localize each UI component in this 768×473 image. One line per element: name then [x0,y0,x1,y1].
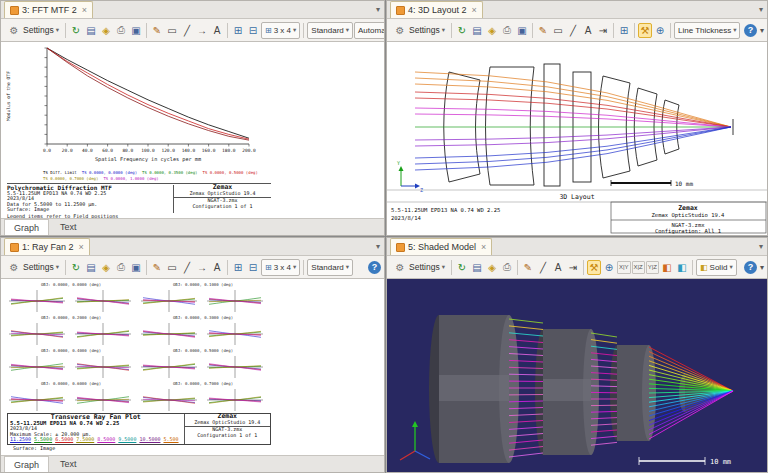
text-tab[interactable]: Text [50,219,87,235]
toolbar-separator [65,260,66,275]
print-icon[interactable]: ⎙ [500,23,514,38]
tab-title: 4: 3D Layout 2 [408,5,467,15]
axis-view-xz-icon[interactable]: X|Z [632,261,645,274]
shaded-viewport[interactable]: 10 mm [387,279,767,472]
panel-menu-icon[interactable]: ▾ [759,5,763,14]
settings-button[interactable]: ⚙Settings▾ [4,259,62,276]
panel-menu-icon[interactable]: ▾ [376,242,380,251]
rayfan-subplot [7,355,67,379]
panel-menu-icon[interactable]: ▾ [759,242,763,251]
window-grid-icon[interactable]: ⊞ [617,23,631,38]
copy-icon[interactable]: ▣ [515,23,529,38]
annotate-line-icon[interactable]: ╱ [180,23,194,38]
zoom-icon[interactable]: ⊕ [602,260,616,275]
lock-icon[interactable]: ◈ [485,260,499,275]
axis-view-xy-icon[interactable]: X|Y [617,261,631,274]
panel-menu-icon[interactable]: ▾ [760,263,764,272]
opacity-dropdown[interactable]: ◧Solid▾ [696,259,737,276]
print-icon[interactable]: ⎙ [114,260,128,275]
annotate-text-icon[interactable]: A [210,23,224,38]
lock-icon[interactable]: ◈ [99,260,113,275]
wireframe-cube-icon[interactable]: ◧ [675,260,689,275]
snap-icon[interactable]: ⇥ [596,23,610,38]
help-button[interactable]: ? [744,261,757,274]
annotate-line-icon[interactable]: ╱ [180,260,194,275]
annotate-pencil-icon[interactable]: ✎ [536,23,550,38]
wrench-icon[interactable]: ⚒ [638,23,652,38]
close-icon[interactable]: × [79,242,84,252]
refresh-icon[interactable]: ↻ [69,23,83,38]
help-button[interactable]: ? [368,261,381,274]
zoom-icon[interactable]: ⊕ [653,23,667,38]
mtf-toolbar: ⚙Settings▾↻▤◈⎙▣✎▭╱→A⊞⊟⊞3 x 4▾Standard▾Au… [1,19,384,42]
wavelength-list: 11.25005.50006.50007.50008.50009.500010.… [10,437,182,443]
graph-tab[interactable]: Graph [4,456,49,472]
shaded-cube-icon[interactable]: ◧ [660,260,674,275]
settings-button[interactable]: ⚙Settings▾ [390,259,448,276]
axis-view-yz-icon[interactable]: Y|Z [646,261,659,274]
window-split-icon[interactable]: ⊟ [246,23,260,38]
grid-size-dropdown[interactable]: ⊞3 x 4▾ [261,22,300,39]
lock-icon[interactable]: ◈ [99,23,113,38]
layout-viewport[interactable]: Y Z 10 mm 3D Layout 5.5-11.25UM EPD13 NA… [387,42,767,235]
annotate-text-icon[interactable]: A [551,260,565,275]
legend-item: TS 0.0000, 0.7000 (deg) [43,177,98,182]
save-icon[interactable]: ▤ [84,260,98,275]
save-icon[interactable]: ▤ [470,260,484,275]
annotate-line-icon[interactable]: ╱ [536,260,550,275]
window-grid-icon[interactable]: ⊞ [231,23,245,38]
tab-ray-fan[interactable]: 1: Ray Fan 2 × [4,238,90,255]
tab-fft-mtf[interactable]: 3: FFT MTF 2 × [4,1,93,18]
annotate-line-icon[interactable]: ╱ [566,23,580,38]
gear-icon: ⚙ [7,23,21,38]
automatic-dropdown[interactable]: Automatic▾ [354,22,384,39]
copy-icon[interactable]: ▣ [129,260,143,275]
graph-tab[interactable]: Graph [4,219,49,235]
save-icon[interactable]: ▤ [84,23,98,38]
settings-button[interactable]: ⚙Settings▾ [390,22,448,39]
lock-icon[interactable]: ◈ [485,23,499,38]
toolbar-separator [613,23,614,38]
annotate-arrow-icon[interactable]: → [195,260,209,275]
standard-dropdown-label: Standard [311,26,343,35]
rayfan-subplot [7,289,67,313]
annotate-arrow-icon[interactable]: → [195,23,209,38]
print-icon[interactable]: ⎙ [114,23,128,38]
refresh-icon[interactable]: ↻ [455,23,469,38]
svg-text:40.0: 40.0 [82,148,93,153]
standard-dropdown[interactable]: Standard▾ [307,22,353,39]
grid-size-dropdown[interactable]: ⊞3 x 4▾ [261,259,300,276]
refresh-icon[interactable]: ↻ [455,260,469,275]
close-icon[interactable]: × [82,5,87,15]
standard-dropdown[interactable]: Standard▾ [307,259,353,276]
tab-shaded-model[interactable]: 5: Shaded Model × [390,238,492,255]
help-button[interactable]: ? [744,24,757,37]
annotate-text-icon[interactable]: A [210,260,224,275]
line-thickness-dropdown[interactable]: Line Thickness▾ [674,22,740,39]
settings-button[interactable]: ⚙Settings▾ [4,22,62,39]
annotate-pencil-icon[interactable]: ✎ [521,260,535,275]
close-icon[interactable]: × [481,242,486,252]
annotate-pencil-icon[interactable]: ✎ [150,23,164,38]
copy-icon[interactable]: ▣ [129,23,143,38]
tab-3d-layout[interactable]: 4: 3D Layout 2 × [390,1,483,18]
refresh-icon[interactable]: ↻ [69,260,83,275]
close-icon[interactable]: × [472,5,477,15]
save-icon[interactable]: ▤ [470,23,484,38]
annotate-rectangle-icon[interactable]: ▭ [165,23,179,38]
print-icon[interactable]: ⎙ [500,260,514,275]
window-grid-icon[interactable]: ⊞ [231,260,245,275]
window-split-icon[interactable]: ⊟ [246,260,260,275]
panel-menu-icon[interactable]: ▾ [760,26,764,35]
annotate-rectangle-icon[interactable]: ▭ [551,23,565,38]
panel-menu-icon[interactable]: ▾ [376,5,380,14]
wrench-icon[interactable]: ⚒ [587,260,601,275]
text-tab[interactable]: Text [50,456,87,472]
wavelength-value: 11.2500 [10,436,31,442]
annotate-pencil-icon[interactable]: ✎ [150,260,164,275]
annotate-text-icon[interactable]: A [581,23,595,38]
chevron-down-icon: ▾ [56,263,59,271]
snap-icon[interactable]: ⇥ [566,260,580,275]
configuration-label: Configuration 1 of 1 [174,204,271,210]
annotate-rectangle-icon[interactable]: ▭ [165,260,179,275]
